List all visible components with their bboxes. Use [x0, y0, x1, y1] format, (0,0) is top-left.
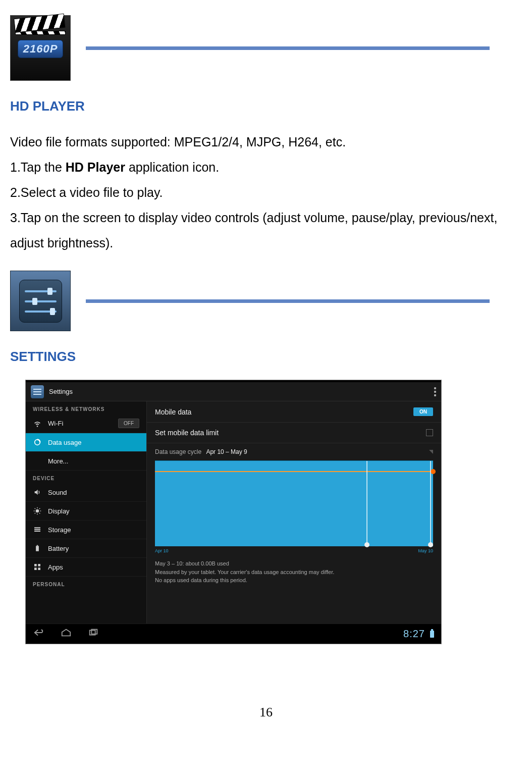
set-limit-checkbox[interactable] [426, 429, 433, 436]
hdplayer-app-icon: 2160P [10, 15, 71, 81]
sidebar-item-more[interactable]: More... [26, 452, 146, 471]
sidebar-category-device: DEVICE [26, 471, 146, 483]
hdplayer-step-3: 3.Tap on the screen to display video con… [10, 205, 522, 255]
nav-recent-icon[interactable] [87, 628, 99, 640]
sidebar-more-label: More... [48, 457, 68, 465]
svg-rect-10 [34, 527, 40, 528]
hdplayer-step-2: 2.Select a video file to play. [10, 180, 522, 205]
settings-app-icon [10, 271, 71, 331]
svg-rect-17 [34, 567, 37, 570]
hdplayer-intro: Video file formats supported: MPEG1/2/4,… [10, 129, 522, 154]
sidebar-item-data-usage[interactable]: Data usage [26, 433, 146, 452]
divider-blue [86, 46, 490, 50]
data-usage-icon [33, 438, 42, 447]
mobile-data-toggle[interactable]: ON [413, 407, 433, 416]
svg-rect-16 [38, 564, 40, 566]
step1-prefix: 1.Tap the [10, 160, 66, 174]
hdplayer-step-1: 1.Tap the HD Player application icon. [10, 154, 522, 180]
battery-icon [33, 544, 42, 553]
svg-rect-18 [38, 567, 40, 570]
chart-x-left: Apr 10 [155, 548, 169, 553]
settings-icon [31, 385, 44, 398]
sidebar-item-apps[interactable]: Apps [26, 558, 146, 577]
svg-line-8 [35, 513, 35, 513]
cycle-value: Apr 10 – May 9 [206, 448, 247, 455]
blank-icon [33, 456, 42, 465]
chart-y-value: 2.0 GB [158, 464, 180, 475]
overflow-menu-icon[interactable] [434, 387, 436, 396]
sidebar-item-storage[interactable]: Storage [26, 521, 146, 539]
data-usage-chart: 2.0 GB warning Apr 10 May 10 [155, 460, 433, 553]
settings-title: SETTINGS [10, 349, 522, 365]
spinner-icon [429, 450, 433, 454]
sidebar-storage-label: Storage [48, 526, 71, 534]
sidebar-item-battery[interactable]: Battery [26, 539, 146, 558]
usage-line-3: No apps used data during this period. [155, 576, 433, 585]
chart-x-right: May 10 [418, 548, 433, 553]
sidebar-item-wifi[interactable]: Wi-Fi OFF [26, 414, 146, 433]
settings-sidebar: WIRELESS & NETWORKS Wi-Fi OFF Data usage [26, 401, 147, 624]
wifi-toggle[interactable]: OFF [118, 419, 139, 428]
chart-range-handle-left[interactable] [366, 461, 367, 546]
sidebar-category-personal: PERSONAL [26, 577, 146, 589]
svg-rect-11 [34, 529, 40, 530]
settings-header-row [10, 271, 522, 331]
hdplayer-header-row: 2160P [10, 15, 522, 81]
sidebar-apps-label: Apps [48, 563, 63, 571]
sidebar-sound-label: Sound [48, 489, 67, 496]
battery-status-icon [430, 631, 434, 638]
sidebar-item-display[interactable]: Display [26, 502, 146, 521]
usage-line-2: Measured by your tablet. Your carrier's … [155, 568, 433, 577]
chart-warning-line[interactable] [155, 471, 433, 472]
storage-icon [33, 525, 42, 534]
sidebar-wifi-label: Wi-Fi [48, 420, 63, 427]
sidebar-item-sound[interactable]: Sound [26, 483, 146, 502]
page-number: 16 [10, 705, 522, 720]
hdplayer-icon-label: 2160P [18, 40, 64, 58]
sidebar-display-label: Display [48, 507, 70, 515]
usage-line-1: May 3 – 10: about 0.00B used [155, 559, 433, 568]
hdplayer-title: HD PLAYER [10, 98, 522, 114]
svg-rect-14 [37, 545, 38, 546]
row-usage-cycle[interactable]: Data usage cycle Apr 10 – May 9 [147, 443, 441, 457]
brightness-icon [33, 506, 42, 515]
svg-line-7 [39, 513, 40, 513]
speaker-icon [33, 488, 42, 497]
svg-point-1 [36, 509, 39, 513]
svg-line-9 [39, 508, 40, 509]
nav-home-icon[interactable] [60, 628, 72, 640]
chart-warning-label: warning [158, 474, 172, 479]
cycle-label: Data usage cycle [155, 448, 201, 455]
svg-rect-15 [34, 564, 37, 566]
actionbar-title: Settings [49, 388, 73, 395]
svg-rect-12 [34, 531, 40, 532]
apps-icon [33, 562, 42, 572]
svg-line-6 [35, 508, 35, 509]
settings-main-panel: Mobile data ON Set mobile data limit Dat… [147, 401, 441, 624]
usage-summary: May 3 – 10: about 0.00B used Measured by… [147, 555, 441, 586]
android-settings-screenshot: Settings WIRELESS & NETWORKS Wi-Fi OFF D… [25, 380, 442, 644]
android-navbar: 8:27 [26, 624, 441, 644]
sidebar-battery-label: Battery [48, 545, 69, 552]
step1-suffix: application icon. [125, 160, 219, 174]
mobile-data-label: Mobile data [155, 408, 191, 416]
step1-bold: HD Player [66, 160, 125, 174]
sidebar-data-usage-label: Data usage [48, 439, 82, 446]
set-limit-label: Set mobile data limit [155, 429, 219, 437]
android-actionbar: Settings [26, 382, 441, 401]
hdplayer-body: Video file formats supported: MPEG1/2/4,… [10, 129, 522, 255]
sliders-icon [19, 280, 62, 323]
sidebar-category-wireless: WIRELESS & NETWORKS [26, 401, 146, 414]
chart-range-handle-right[interactable] [430, 461, 431, 546]
row-mobile-data[interactable]: Mobile data ON [147, 401, 441, 423]
divider-blue [86, 299, 490, 303]
svg-rect-13 [36, 546, 39, 551]
nav-back-icon[interactable] [33, 628, 45, 640]
clapperboard-top-icon [14, 14, 65, 33]
row-set-limit[interactable]: Set mobile data limit [147, 423, 441, 443]
wifi-icon [33, 419, 42, 428]
statusbar-clock: 8:27 [403, 628, 425, 640]
